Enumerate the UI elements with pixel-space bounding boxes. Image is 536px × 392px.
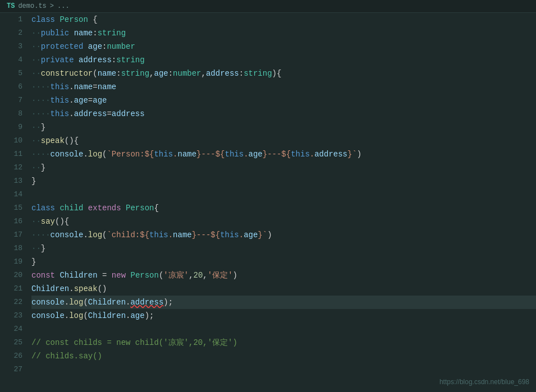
line-num-15: 15 bbox=[4, 201, 22, 215]
code-line-8: ····this.address=address bbox=[31, 107, 536, 121]
line-num-25: 25 bbox=[4, 336, 22, 349]
line-num-4: 4 bbox=[4, 53, 22, 67]
line-num-26: 26 bbox=[4, 349, 22, 363]
code-line-24 bbox=[31, 322, 536, 336]
code-line-26: // childs.say() bbox=[31, 349, 536, 363]
line-num-24: 24 bbox=[4, 322, 22, 336]
code-line-14 bbox=[31, 188, 536, 201]
line-num-9: 9 bbox=[4, 121, 22, 134]
line-num-13: 13 bbox=[4, 174, 22, 188]
code-line-7: ····this.age=age bbox=[31, 94, 536, 107]
ellipsis: ... bbox=[57, 2, 70, 10]
line-num-3: 3 bbox=[4, 40, 22, 53]
code-line-1: class Person { bbox=[31, 13, 536, 26]
code-line-17: ····console.log(`child:${this.name}---${… bbox=[31, 228, 536, 242]
separator: > bbox=[50, 2, 54, 10]
line-num-21: 21 bbox=[4, 282, 22, 296]
code-area[interactable]: class Person { ··public name:string ··pr… bbox=[27, 13, 536, 390]
line-num-22: 22 bbox=[4, 296, 22, 309]
code-line-12: ··} bbox=[31, 161, 536, 174]
code-line-16: ··say(){ bbox=[31, 215, 536, 228]
line-num-2: 2 bbox=[4, 26, 22, 40]
line-num-23: 23 bbox=[4, 309, 22, 322]
line-num-20: 20 bbox=[4, 269, 22, 282]
line-numbers: 1 2 3 4 5 6 7 8 9 10 11 12 13 14 15 16 1… bbox=[0, 13, 27, 390]
code-line-23: console.log(Children.age); bbox=[31, 309, 536, 322]
code-line-20: const Children = new Person('凉宸',20,'保定'… bbox=[31, 269, 536, 282]
code-line-25: // const childs = new child('凉宸',20,'保定'… bbox=[31, 336, 536, 349]
title-bar: TS demo.ts > ... bbox=[0, 0, 536, 13]
line-num-16: 16 bbox=[4, 215, 22, 228]
line-num-11: 11 bbox=[4, 147, 22, 161]
line-num-8: 8 bbox=[4, 107, 22, 121]
code-line-15: class child extends Person{ bbox=[31, 201, 536, 215]
line-num-1: 1 bbox=[4, 13, 22, 26]
filename: demo.ts bbox=[18, 2, 46, 10]
code-line-19: } bbox=[31, 255, 536, 269]
line-num-14: 14 bbox=[4, 188, 22, 201]
code-line-4: ··private address:string bbox=[31, 53, 536, 67]
code-line-10: ··speak(){ bbox=[31, 134, 536, 147]
line-num-10: 10 bbox=[4, 134, 22, 147]
code-line-13: } bbox=[31, 174, 536, 188]
code-line-6: ····this.name=name bbox=[31, 80, 536, 94]
line-num-12: 12 bbox=[4, 161, 22, 174]
line-num-19: 19 bbox=[4, 255, 22, 269]
code-line-18: ··} bbox=[31, 242, 536, 255]
code-line-27 bbox=[31, 363, 536, 376]
watermark: https://blog.csdn.net/blue_698 bbox=[439, 378, 529, 386]
code-line-21: Children.speak() bbox=[31, 282, 536, 296]
ts-badge: TS bbox=[7, 2, 15, 10]
editor: 1 2 3 4 5 6 7 8 9 10 11 12 13 14 15 16 1… bbox=[0, 13, 536, 390]
code-line-2: ··public name:string bbox=[31, 26, 536, 40]
code-line-11: ····console.log(`Person:${this.name}---$… bbox=[31, 147, 536, 161]
line-num-6: 6 bbox=[4, 80, 22, 94]
code-line-3: ··protected age:number bbox=[31, 40, 536, 53]
line-num-17: 17 bbox=[4, 228, 22, 242]
line-num-5: 5 bbox=[4, 67, 22, 80]
code-line-9: ··} bbox=[31, 121, 536, 134]
code-line-22: console.log(Children.address); bbox=[31, 296, 536, 309]
line-num-7: 7 bbox=[4, 94, 22, 107]
line-num-18: 18 bbox=[4, 242, 22, 255]
line-num-27: 27 bbox=[4, 363, 22, 376]
code-line-5: ··constructor(name:string,age:number,add… bbox=[31, 67, 536, 80]
